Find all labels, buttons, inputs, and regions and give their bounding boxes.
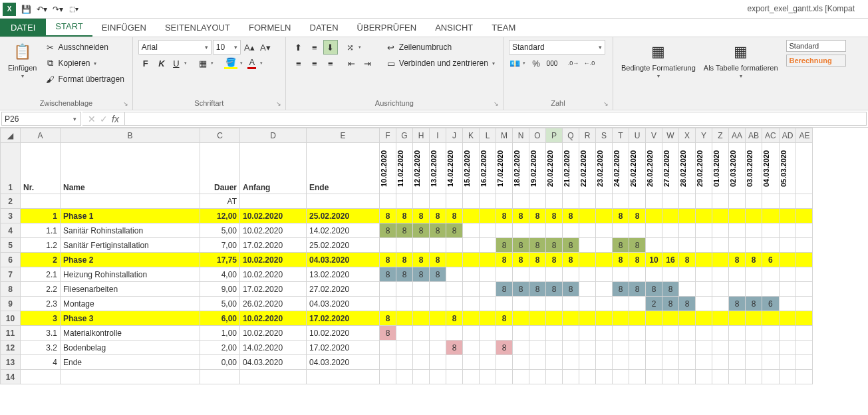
font-color-button[interactable]: A: [246, 56, 265, 70]
accounting-format-button[interactable]: 💶: [509, 56, 527, 70]
col-header-O[interactable]: O: [529, 128, 546, 143]
align-right-icon[interactable]: ≡: [323, 56, 338, 70]
redo-icon[interactable]: ↷▾: [51, 2, 65, 17]
row-header[interactable]: 10: [1, 311, 21, 326]
col-header-K[interactable]: K: [463, 128, 480, 143]
increase-decimal-button[interactable]: .0→: [566, 56, 581, 70]
increase-font-icon[interactable]: A▴: [242, 40, 257, 55]
col-header-P[interactable]: P: [546, 128, 563, 143]
col-header-F[interactable]: F: [380, 128, 396, 143]
col-header-AA[interactable]: AA: [729, 128, 746, 143]
fx-icon[interactable]: fx: [112, 114, 119, 124]
underline-button[interactable]: U: [170, 56, 189, 70]
row-header[interactable]: 9: [1, 297, 21, 311]
worksheet-grid[interactable]: ◢ABCDEFGHIJKLMNOPQRSTUVWXYZAAABACADAE1Nr…: [0, 128, 868, 415]
wrap-text-button[interactable]: ↩Zeilenumbruch: [383, 40, 498, 55]
dialog-launcher-icon[interactable]: ↘: [276, 100, 283, 107]
align-left-icon[interactable]: ≡: [291, 56, 306, 70]
dialog-launcher-icon[interactable]: ↘: [494, 100, 500, 107]
col-header-W[interactable]: W: [662, 128, 679, 143]
name-box[interactable]: P26: [1, 112, 81, 126]
decrease-font-icon[interactable]: A▾: [258, 40, 273, 55]
cancel-icon[interactable]: ✕: [88, 114, 96, 124]
align-middle-icon[interactable]: ≡: [307, 40, 322, 55]
tab-data[interactable]: DATEN: [301, 19, 348, 37]
dialog-launcher-icon[interactable]: ↘: [603, 100, 610, 107]
undo-icon[interactable]: ↶▾: [35, 2, 49, 17]
row-header[interactable]: 7: [1, 267, 21, 282]
col-header-M[interactable]: M: [496, 128, 513, 143]
align-bottom-icon[interactable]: ⬇: [323, 40, 338, 55]
decrease-indent-icon[interactable]: ⇤: [345, 56, 359, 70]
font-name-combo[interactable]: Arial: [138, 40, 212, 55]
col-header-R[interactable]: R: [579, 128, 596, 143]
col-header-V[interactable]: V: [646, 128, 662, 143]
row-header[interactable]: 11: [1, 326, 21, 341]
copy-button[interactable]: ⧉Kopieren▾: [42, 56, 126, 70]
row-header[interactable]: 12: [1, 341, 21, 355]
font-size-combo[interactable]: 10: [213, 40, 241, 55]
row-header[interactable]: 1: [1, 143, 21, 194]
row-header[interactable]: 2: [1, 194, 21, 209]
orientation-button[interactable]: ⤮: [345, 40, 363, 55]
decrease-decimal-button[interactable]: ←.0: [582, 56, 597, 70]
col-header-AD[interactable]: AD: [779, 128, 796, 143]
row-header[interactable]: 13: [1, 355, 21, 370]
number-format-combo[interactable]: Standard: [509, 40, 605, 55]
format-painter-button[interactable]: 🖌Format übertragen: [42, 72, 126, 86]
paste-button[interactable]: 📋 Einfügen ▾: [5, 40, 39, 80]
bold-button[interactable]: F: [138, 56, 153, 70]
merge-center-button[interactable]: ▭Verbinden und zentrieren▾: [383, 56, 498, 70]
cell-style-calc[interactable]: Berechnung: [786, 55, 846, 67]
format-as-table-button[interactable]: ▦ Als Tabelle formatieren▾: [701, 40, 781, 80]
cut-button[interactable]: ✂Ausschneiden: [42, 40, 126, 55]
col-header-X[interactable]: X: [679, 128, 696, 143]
tab-start[interactable]: START: [46, 17, 92, 37]
tab-pagelayout[interactable]: SEITENLAYOUT: [156, 19, 239, 37]
col-header-J[interactable]: J: [446, 128, 463, 143]
col-header-N[interactable]: N: [513, 128, 529, 143]
row-header[interactable]: 4: [1, 223, 21, 238]
tab-formulas[interactable]: FORMELN: [239, 19, 301, 37]
row-header[interactable]: 3: [1, 209, 21, 223]
col-header-Z[interactable]: Z: [712, 128, 729, 143]
tab-team[interactable]: TEAM: [482, 19, 525, 37]
row-header[interactable]: 8: [1, 282, 21, 297]
increase-indent-icon[interactable]: ⇥: [361, 56, 375, 70]
align-top-icon[interactable]: ⬆: [291, 40, 306, 55]
col-header-H[interactable]: H: [413, 128, 430, 143]
thousands-button[interactable]: 000: [545, 56, 559, 70]
tab-view[interactable]: ANSICHT: [426, 19, 482, 37]
col-header-T[interactable]: T: [613, 128, 629, 143]
col-header-Y[interactable]: Y: [696, 128, 712, 143]
qat-customize-icon[interactable]: ⬚▾: [67, 2, 81, 17]
border-button[interactable]: ▦: [197, 56, 216, 70]
save-icon[interactable]: 💾: [19, 2, 33, 17]
col-header-C[interactable]: C: [200, 128, 240, 143]
col-header-Q[interactable]: Q: [563, 128, 579, 143]
align-center-icon[interactable]: ≡: [307, 56, 322, 70]
col-header-AB[interactable]: AB: [746, 128, 762, 143]
row-header[interactable]: 5: [1, 238, 21, 253]
conditional-formatting-button[interactable]: ▦ Bedingte Formatierung▾: [619, 40, 698, 80]
enter-icon[interactable]: ✓: [100, 114, 108, 124]
col-header-L[interactable]: L: [480, 128, 496, 143]
row-header[interactable]: 14: [1, 370, 21, 384]
row-header[interactable]: 6: [1, 253, 21, 267]
col-header-AE[interactable]: AE: [796, 128, 813, 143]
fill-color-button[interactable]: 🪣: [223, 56, 245, 70]
tab-insert[interactable]: EINFÜGEN: [92, 19, 156, 37]
select-all-corner[interactable]: ◢: [1, 128, 21, 143]
col-header-I[interactable]: I: [430, 128, 446, 143]
col-header-G[interactable]: G: [396, 128, 413, 143]
percent-button[interactable]: %: [529, 56, 543, 70]
file-tab[interactable]: DATEI: [0, 19, 46, 37]
tab-review[interactable]: ÜBERPRÜFEN: [348, 19, 426, 37]
col-header-E[interactable]: E: [307, 128, 380, 143]
cell-style-standard[interactable]: Standard: [786, 40, 846, 52]
col-header-A[interactable]: A: [21, 128, 61, 143]
italic-button[interactable]: K: [154, 56, 169, 70]
col-header-S[interactable]: S: [596, 128, 613, 143]
col-header-U[interactable]: U: [629, 128, 646, 143]
dialog-launcher-icon[interactable]: ↘: [123, 100, 130, 107]
